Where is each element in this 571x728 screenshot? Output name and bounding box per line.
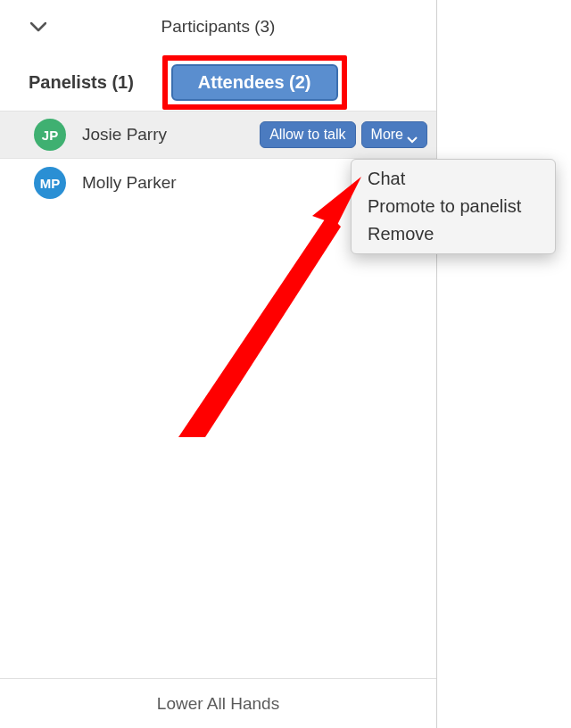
tab-panelists[interactable]: Panelists (1) <box>25 65 137 100</box>
participants-panel: Participants (3) Panelists (1) Attendees… <box>0 0 437 728</box>
more-dropdown-menu: Chat Promote to panelist Remove <box>351 159 556 254</box>
avatar: MP <box>34 167 66 199</box>
allow-to-talk-label: Allow to talk <box>269 127 345 143</box>
panel-title: Participants (3) <box>0 17 436 37</box>
chevron-down-icon[interactable] <box>30 21 46 32</box>
more-label: More <box>371 127 403 143</box>
avatar: JP <box>34 119 66 151</box>
more-button[interactable]: More <box>361 121 427 148</box>
footer: Lower All Hands <box>0 678 436 728</box>
menu-item-chat[interactable]: Chat <box>352 165 555 193</box>
chevron-down-icon <box>407 131 418 138</box>
annotation-highlight-box: Attendees (2) <box>162 55 347 110</box>
tabs-row: Panelists (1) Attendees (2) <box>0 54 436 111</box>
attendee-row[interactable]: JP Josie Parry Allow to talk More <box>0 111 436 159</box>
tab-attendees[interactable]: Attendees (2) <box>171 64 338 101</box>
allow-to-talk-button[interactable]: Allow to talk <box>260 121 355 148</box>
row-actions: Allow to talk More <box>260 121 436 148</box>
attendee-name: Josie Parry <box>82 125 244 145</box>
lower-all-hands-button[interactable]: Lower All Hands <box>157 694 279 714</box>
menu-item-promote[interactable]: Promote to panelist <box>352 193 555 220</box>
menu-item-remove[interactable]: Remove <box>352 220 555 248</box>
panel-header: Participants (3) <box>0 0 436 54</box>
